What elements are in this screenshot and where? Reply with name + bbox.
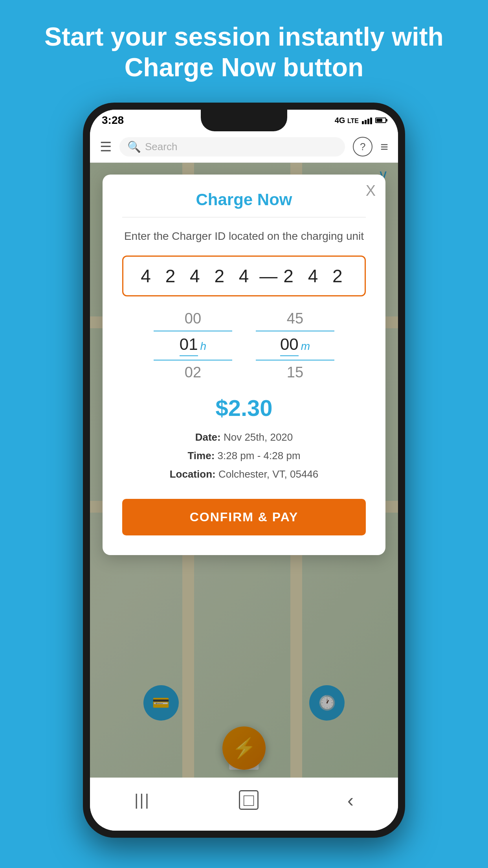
- hours-unit: h: [200, 340, 207, 353]
- date-label: Date:: [195, 431, 221, 443]
- session-date: Date: Nov 25th, 2020: [122, 428, 366, 447]
- charger-id-part2: 2 4 2: [283, 265, 347, 287]
- date-value: Nov 25th, 2020: [224, 431, 293, 443]
- help-button[interactable]: ?: [353, 137, 372, 156]
- confirm-pay-button[interactable]: CONFIRM & PAY: [122, 499, 366, 535]
- phone-notch: [201, 110, 287, 131]
- menu-icon[interactable]: ☰: [100, 139, 112, 154]
- modal-overlay: X Charge Now Enter the Charger ID locate…: [90, 163, 398, 778]
- header-section: Start your session instantly with Charge…: [0, 0, 488, 95]
- nav-back-icon[interactable]: ‹: [347, 789, 354, 811]
- signal-bar-3: [367, 119, 369, 124]
- charger-id-separator: —: [259, 265, 277, 287]
- location-label: Location:: [170, 468, 216, 480]
- filter-icon[interactable]: ≡: [380, 139, 388, 154]
- search-bar[interactable]: 🔍 Search: [119, 137, 345, 156]
- price-display: $2.30: [122, 395, 366, 421]
- nav-recent-icon[interactable]: |||: [134, 791, 150, 809]
- network-label: 4G LTE: [335, 116, 359, 125]
- battery-fill: [376, 119, 382, 122]
- app-toolbar: ☰ 🔍 Search ? ≡: [90, 131, 398, 163]
- minutes-above: 45: [287, 310, 303, 327]
- hours-below: 02: [185, 364, 201, 381]
- minutes-below: 15: [287, 364, 303, 381]
- modal-divider: [122, 217, 366, 217]
- minutes-divider-top: [256, 331, 334, 331]
- signal-bar-1: [362, 121, 364, 124]
- minutes-unit: m: [301, 340, 310, 353]
- status-time: 3:28: [102, 114, 124, 127]
- status-right: 4G LTE: [335, 116, 386, 125]
- location-value: Colchester, VT, 05446: [218, 468, 318, 480]
- time-picker[interactable]: 00 01 h 02 45: [122, 310, 366, 381]
- minutes-active: 00: [280, 335, 299, 356]
- nav-home-icon[interactable]: □: [239, 790, 259, 810]
- time-value: 3:28 pm - 4:28 pm: [218, 450, 301, 462]
- hours-above: 00: [185, 310, 201, 327]
- session-time: Time: 3:28 pm - 4:28 pm: [122, 447, 366, 465]
- phone-frame: 3:28 4G LTE ☰: [83, 103, 405, 838]
- charge-now-modal: X Charge Now Enter the Charger ID locate…: [103, 175, 385, 555]
- session-info: Date: Nov 25th, 2020 Time: 3:28 pm - 4:2…: [122, 428, 366, 483]
- time-label: Time:: [187, 450, 215, 462]
- bottom-navigation: ||| □ ‹: [90, 778, 398, 831]
- hours-column[interactable]: 00 01 h 02: [154, 310, 232, 381]
- minutes-divider-bottom: [256, 360, 334, 360]
- hours-divider-top: [154, 331, 232, 331]
- charger-id-input[interactable]: 4 2 4 2 4 — 2 4 2: [122, 256, 366, 296]
- modal-close-button[interactable]: X: [366, 182, 376, 199]
- charger-id-part1: 4 2 4 2 4: [141, 265, 253, 287]
- battery-icon: [375, 118, 386, 123]
- search-icon: 🔍: [127, 140, 141, 153]
- signal-bars: [362, 116, 372, 124]
- hours-active: 01: [180, 335, 198, 356]
- minutes-column[interactable]: 45 00 m 15: [256, 310, 334, 381]
- header-title: Start your session instantly with Charge…: [35, 22, 453, 83]
- modal-subtitle: Enter the Charger ID located on the char…: [122, 228, 366, 244]
- modal-title: Charge Now: [122, 190, 366, 209]
- search-placeholder-text: Search: [145, 141, 177, 153]
- session-location: Location: Colchester, VT, 05446: [122, 465, 366, 484]
- signal-bar-2: [365, 120, 367, 124]
- phone-wrapper: 3:28 4G LTE ☰: [0, 95, 488, 838]
- signal-bar-4: [370, 118, 372, 124]
- hours-divider-bottom: [154, 360, 232, 360]
- toolbar-right: ? ≡: [353, 137, 388, 156]
- phone-screen: 3:28 4G LTE ☰: [90, 110, 398, 831]
